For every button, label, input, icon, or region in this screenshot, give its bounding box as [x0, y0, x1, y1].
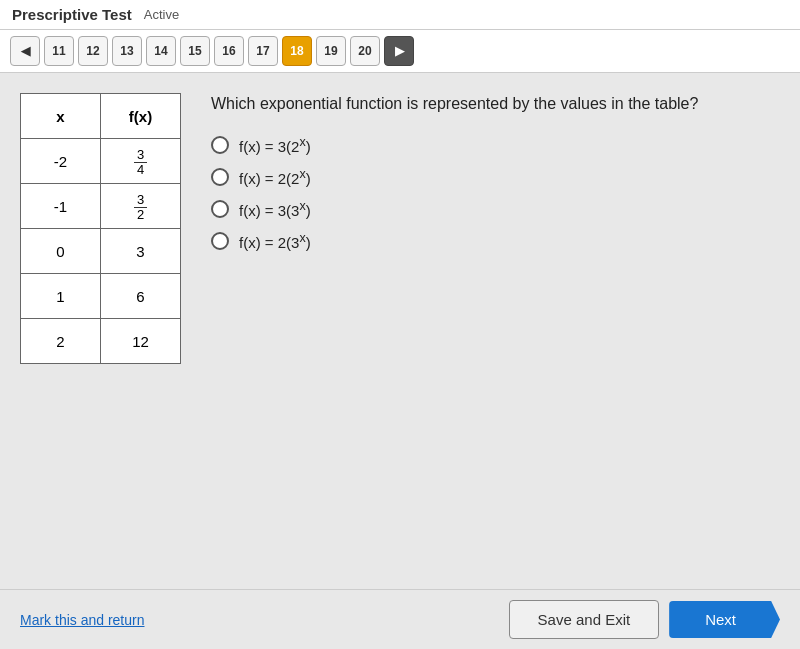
- option-label-2: f(x) = 2(2x): [239, 167, 311, 187]
- table-row: -2 3 4: [21, 139, 181, 184]
- nav-item-18[interactable]: 18: [282, 36, 312, 66]
- cell-x-3: 1: [21, 274, 101, 319]
- radio-btn-4[interactable]: [211, 232, 229, 250]
- nav-item-19[interactable]: 19: [316, 36, 346, 66]
- fraction-3-2: 3 2: [134, 193, 147, 223]
- nav-item-11[interactable]: 11: [44, 36, 74, 66]
- main-content: x f(x) -2 3 4 -1: [0, 73, 800, 589]
- fraction-3-4: 3 4: [134, 148, 147, 178]
- col-header-x: x: [21, 94, 101, 139]
- footer: Mark this and return Save and Exit Next: [0, 589, 800, 649]
- prev-arrow-btn[interactable]: ◀: [10, 36, 40, 66]
- option-item-2[interactable]: f(x) = 2(2x): [211, 167, 780, 187]
- col-header-fx: f(x): [101, 94, 181, 139]
- cell-fx-0: 3 4: [101, 139, 181, 184]
- header: Prescriptive Test Active: [0, 0, 800, 30]
- radio-btn-2[interactable]: [211, 168, 229, 186]
- nav-item-20[interactable]: 20: [350, 36, 380, 66]
- cell-x-4: 2: [21, 319, 101, 364]
- table-row: -1 3 2: [21, 184, 181, 229]
- next-arrow-btn[interactable]: ▶: [384, 36, 414, 66]
- nav-item-12[interactable]: 12: [78, 36, 108, 66]
- question-section: Which exponential function is represente…: [211, 93, 780, 579]
- cell-fx-3: 6: [101, 274, 181, 319]
- nav-item-17[interactable]: 17: [248, 36, 278, 66]
- cell-fx-4: 12: [101, 319, 181, 364]
- footer-buttons: Save and Exit Next: [509, 600, 780, 639]
- cell-x-2: 0: [21, 229, 101, 274]
- option-label-4: f(x) = 2(3x): [239, 231, 311, 251]
- option-item-1[interactable]: f(x) = 3(2x): [211, 135, 780, 155]
- nav-item-14[interactable]: 14: [146, 36, 176, 66]
- mark-return-link[interactable]: Mark this and return: [20, 612, 145, 628]
- cell-fx-1: 3 2: [101, 184, 181, 229]
- nav-item-15[interactable]: 15: [180, 36, 210, 66]
- nav-item-16[interactable]: 16: [214, 36, 244, 66]
- option-label-1: f(x) = 3(2x): [239, 135, 311, 155]
- table-row: 1 6: [21, 274, 181, 319]
- table-row: 2 12: [21, 319, 181, 364]
- test-status: Active: [144, 7, 179, 22]
- radio-btn-3[interactable]: [211, 200, 229, 218]
- question-text: Which exponential function is represente…: [211, 93, 780, 115]
- option-label-3: f(x) = 3(3x): [239, 199, 311, 219]
- cell-x-1: -1: [21, 184, 101, 229]
- radio-btn-1[interactable]: [211, 136, 229, 154]
- option-item-3[interactable]: f(x) = 3(3x): [211, 199, 780, 219]
- next-button[interactable]: Next: [669, 601, 780, 638]
- option-list: f(x) = 3(2x) f(x) = 2(2x) f(x) = 3(3x) f…: [211, 135, 780, 251]
- nav-item-13[interactable]: 13: [112, 36, 142, 66]
- save-exit-button[interactable]: Save and Exit: [509, 600, 660, 639]
- question-nav: ◀ 11 12 13 14 15 16 17 18 19 20 ▶: [0, 30, 800, 73]
- option-item-4[interactable]: f(x) = 2(3x): [211, 231, 780, 251]
- data-table-section: x f(x) -2 3 4 -1: [20, 93, 181, 579]
- cell-fx-2: 3: [101, 229, 181, 274]
- table-row: 0 3: [21, 229, 181, 274]
- function-table: x f(x) -2 3 4 -1: [20, 93, 181, 364]
- app-title: Prescriptive Test: [12, 6, 132, 23]
- cell-x-0: -2: [21, 139, 101, 184]
